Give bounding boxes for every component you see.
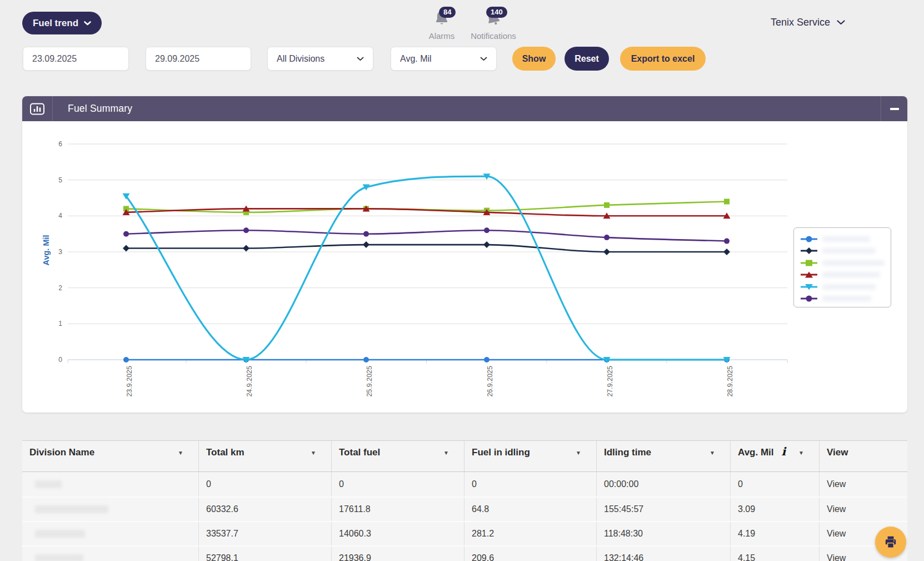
legend-marker-triangle-up-icon: [800, 270, 818, 279]
legend-label-redacted: [822, 296, 871, 301]
table-row: 60332.617611.864.8155:45:573.09View: [22, 497, 907, 521]
fuel-summary-line-chart: 012345623.9.202524.9.202525.9.202526.9.2…: [22, 121, 907, 413]
legend-item-4[interactable]: [800, 281, 885, 293]
series-0-marker: [363, 357, 369, 363]
series-5-marker: [363, 231, 369, 237]
printer-icon: [883, 535, 898, 549]
y-axis-tick-label: 2: [58, 284, 62, 292]
view-link[interactable]: View: [827, 504, 846, 514]
cell-total-fuel: 14060.3: [332, 522, 465, 545]
series-5-marker: [243, 227, 249, 233]
column-label: View: [827, 447, 848, 458]
column-header-division-name[interactable]: Division Name▼: [22, 441, 199, 471]
date-to-input[interactable]: 29.09.2025: [146, 47, 251, 71]
sort-arrow-icon[interactable]: ▼: [576, 447, 581, 456]
column-label: Total km: [206, 447, 244, 458]
cell-division-name: [22, 472, 199, 497]
table-row: 00000:00:000View: [22, 472, 907, 497]
column-label: Idling time: [604, 447, 651, 458]
sort-arrow-icon[interactable]: ▼: [443, 447, 449, 456]
series-2-marker: [604, 202, 610, 208]
column-header-avg-mil[interactable]: Avg. Mili▼: [731, 441, 820, 471]
fuel-trend-dropdown-button[interactable]: Fuel trend: [22, 12, 102, 34]
cell-avg-mil: 0: [731, 472, 820, 497]
x-axis-tick-label: 24.9.2025: [246, 366, 253, 397]
bar-chart-icon: [29, 102, 45, 116]
y-axis-tick-label: 6: [58, 140, 62, 148]
sort-arrow-icon[interactable]: ▼: [178, 447, 183, 456]
date-from-input[interactable]: 23.09.2025: [23, 47, 129, 71]
cell-total-fuel: 17611.8: [332, 498, 465, 521]
cell-total-fuel: 0: [332, 472, 465, 497]
reset-button[interactable]: Reset: [565, 47, 609, 71]
column-header-fuel-in-idling[interactable]: Fuel in idling▼: [465, 441, 597, 471]
division-name-redacted: [35, 505, 108, 513]
divisions-select-value: All Divisions: [277, 54, 324, 64]
series-1-marker: [363, 241, 369, 248]
sort-arrow-icon[interactable]: ▼: [710, 447, 715, 456]
table-row: 52798.121936.9209.6132:14:464.15View: [22, 545, 907, 561]
alarms-count-badge: 84: [439, 7, 456, 18]
y-axis-tick-label: 0: [58, 356, 62, 364]
alarms-menu[interactable]: Alarms 84: [419, 8, 464, 41]
sort-arrow-icon[interactable]: ▼: [311, 447, 316, 456]
cell-idling-time: 132:14:46: [597, 547, 731, 561]
legend-item-3[interactable]: [800, 269, 885, 281]
cell-division-name: [22, 547, 199, 561]
divider: [52, 96, 53, 121]
column-header-idling-time[interactable]: Idling time▼: [597, 441, 731, 471]
print-button[interactable]: [875, 527, 906, 558]
legend-label-redacted: [822, 248, 876, 254]
division-name-redacted: [35, 530, 85, 538]
x-axis-tick-label: 27.9.2025: [606, 366, 614, 397]
view-link[interactable]: View: [827, 529, 846, 539]
y-axis-tick-label: 3: [58, 248, 62, 256]
series-2-marker: [724, 199, 730, 205]
show-button[interactable]: Show: [512, 47, 556, 71]
info-icon[interactable]: i: [782, 445, 786, 458]
column-header-total-km[interactable]: Total km▼: [199, 441, 332, 471]
y-axis-title: Avg. Mil: [42, 235, 51, 265]
chevron-down-icon: [357, 57, 364, 61]
series-1-marker: [243, 245, 249, 252]
account-menu[interactable]: Tenix Service: [771, 16, 845, 29]
export-to-excel-button[interactable]: Export to excel: [620, 47, 706, 71]
column-label: Division Name: [29, 447, 94, 458]
notifications-count-badge: 140: [486, 7, 507, 18]
table-body: 00000:00:000View60332.617611.864.8155:45…: [22, 472, 907, 561]
column-label: Total fuel: [339, 447, 380, 458]
legend-item-5[interactable]: [800, 293, 885, 305]
metric-select[interactable]: Avg. Mil: [391, 47, 497, 71]
notifications-menu[interactable]: Notifications 140: [466, 8, 521, 41]
metric-select-value: Avg. Mil: [400, 54, 432, 64]
collapse-panel-button[interactable]: [881, 96, 907, 121]
x-axis-tick-label: 25.9.2025: [366, 366, 373, 397]
division-name-redacted: [35, 480, 62, 488]
series-1-marker: [483, 241, 490, 248]
cell-fuel-in-idling: 281.2: [465, 522, 597, 545]
cell-view: View: [820, 472, 907, 497]
column-header-total-fuel[interactable]: Total fuel▼: [332, 441, 465, 471]
cell-total-km: 0: [199, 472, 332, 497]
series-1-marker: [723, 249, 730, 255]
view-link[interactable]: View: [827, 553, 846, 561]
fuel-summary-panel-header: Fuel Summary: [22, 96, 907, 121]
legend-marker-square-icon: [800, 259, 818, 267]
legend-item-1[interactable]: [800, 245, 885, 257]
table-header-row: Division Name▼Total km▼Total fuel▼Fuel i…: [22, 440, 907, 472]
fuel-summary-panel: Fuel Summary 012345623.9.202524.9.202525…: [22, 96, 907, 413]
series-5-marker: [604, 235, 610, 240]
account-name: Tenix Service: [771, 17, 830, 28]
sort-arrow-icon[interactable]: ▼: [798, 447, 804, 456]
y-axis-tick-label: 1: [58, 320, 62, 327]
y-axis-tick-label: 5: [58, 176, 62, 184]
chevron-down-icon: [837, 20, 845, 25]
cell-total-fuel: 21936.9: [332, 547, 465, 561]
legend-item-0[interactable]: [800, 233, 885, 245]
divisions-select[interactable]: All Divisions: [267, 47, 373, 71]
view-link[interactable]: View: [827, 479, 846, 489]
series-1-marker: [123, 245, 129, 252]
series-5-marker: [123, 231, 129, 237]
legend-item-2[interactable]: [800, 257, 885, 269]
series-1-marker: [603, 249, 610, 255]
